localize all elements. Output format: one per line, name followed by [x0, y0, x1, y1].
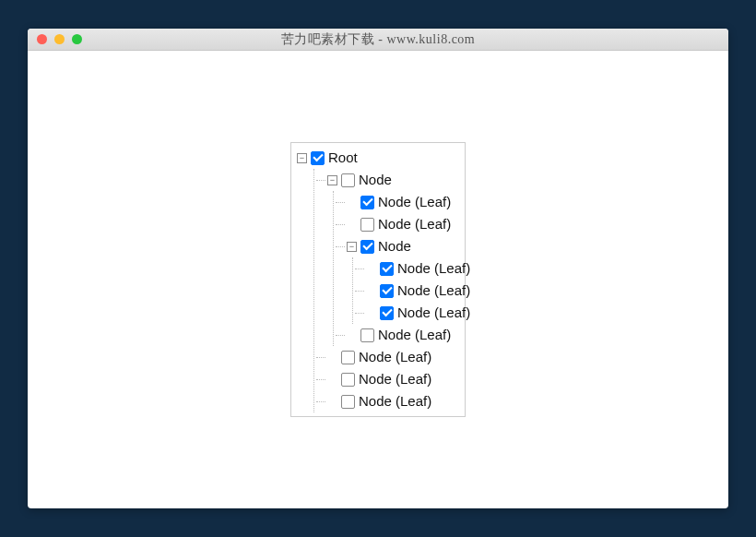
tree-node-label[interactable]: Node (Leaf) [359, 346, 431, 368]
tree-node-label[interactable]: Node (Leaf) [378, 191, 451, 213]
tree-node-label[interactable]: Node (Leaf) [397, 257, 470, 280]
tree-checkbox[interactable] [360, 218, 374, 232]
tree-checkbox[interactable] [341, 173, 355, 187]
tree-checkbox[interactable] [380, 262, 394, 276]
content-area: −Root−NodeNode (Leaf)Node (Leaf)−NodeNod… [28, 51, 728, 508]
tree-node-label[interactable]: Root [328, 147, 358, 169]
toggle-spacer [327, 375, 337, 385]
tree-node: Node (Leaf) [316, 368, 459, 390]
tree-node-row: Node (Leaf) [316, 368, 459, 390]
toggle-spacer [347, 330, 357, 340]
toggle-spacer [327, 397, 337, 407]
tree-node-label[interactable]: Node (Leaf) [378, 324, 451, 346]
tree-node: Node (Leaf) [316, 390, 459, 412]
tree-node-label[interactable]: Node (Leaf) [359, 368, 431, 390]
tree-checkbox[interactable] [360, 240, 374, 254]
tree-node: Node (Leaf) [336, 191, 459, 213]
traffic-lights [28, 34, 82, 44]
tree-checkbox[interactable] [360, 196, 374, 209]
tree-node: Node (Leaf) [336, 213, 459, 235]
tree-node-row: Node (Leaf) [355, 302, 459, 324]
tree-checkbox[interactable] [311, 151, 325, 165]
tree-checkbox[interactable] [380, 306, 394, 320]
tree-node-row: Node (Leaf) [316, 390, 459, 412]
tree-node: Node (Leaf) [336, 324, 459, 346]
tree-node-row: Node (Leaf) [336, 213, 459, 235]
tree-node: Node (Leaf) [316, 346, 459, 368]
toggle-spacer [366, 286, 376, 296]
tree-node-row: −Node [336, 235, 459, 257]
tree-checkbox[interactable] [341, 373, 355, 387]
tree-node-label[interactable]: Node (Leaf) [397, 280, 470, 302]
tree-node-row: Node (Leaf) [316, 346, 459, 368]
tree-node: −Root−NodeNode (Leaf)Node (Leaf)−NodeNod… [297, 147, 459, 412]
collapse-icon[interactable]: − [327, 175, 337, 185]
tree-node: −NodeNode (Leaf)Node (Leaf)Node (Leaf) [336, 235, 459, 324]
tree-checkbox[interactable] [341, 395, 355, 409]
tree-node-row: −Node [316, 169, 459, 191]
minimize-button[interactable] [54, 34, 65, 44]
tree-node: Node (Leaf) [355, 257, 459, 280]
toggle-spacer [366, 308, 376, 318]
toggle-spacer [327, 352, 337, 363]
tree-children: −NodeNode (Leaf)Node (Leaf)−NodeNode (Le… [313, 169, 459, 412]
tree-view: −Root−NodeNode (Leaf)Node (Leaf)−NodeNod… [290, 142, 466, 417]
tree-node-label[interactable]: Node (Leaf) [359, 390, 431, 412]
tree-node-row: −Root [297, 147, 459, 169]
tree-checkbox[interactable] [360, 328, 374, 342]
toggle-spacer [347, 220, 357, 230]
close-button[interactable] [37, 34, 47, 44]
tree-checkbox[interactable] [380, 284, 394, 298]
tree-children: Node (Leaf)Node (Leaf)Node (Leaf) [352, 257, 459, 324]
tree-children: Node (Leaf)Node (Leaf)−NodeNode (Leaf)No… [333, 191, 459, 346]
app-window: 苦力吧素材下载 - www.kuli8.com −Root−NodeNode (… [28, 29, 728, 508]
tree-node-row: Node (Leaf) [355, 280, 459, 302]
toggle-spacer [366, 264, 376, 274]
tree-checkbox[interactable] [341, 351, 355, 364]
tree-node-label[interactable]: Node [378, 235, 411, 257]
tree-node-row: Node (Leaf) [336, 324, 459, 346]
collapse-icon[interactable]: − [347, 242, 357, 252]
tree-node-label[interactable]: Node (Leaf) [397, 302, 470, 324]
toggle-spacer [347, 197, 357, 208]
tree-node-row: Node (Leaf) [336, 191, 459, 213]
maximize-button[interactable] [72, 34, 82, 44]
tree-node: Node (Leaf) [355, 280, 459, 302]
tree-node-row: Node (Leaf) [355, 257, 459, 280]
collapse-icon[interactable]: − [297, 153, 307, 163]
tree-node-label[interactable]: Node (Leaf) [378, 213, 451, 235]
tree-node: Node (Leaf) [355, 302, 459, 324]
tree-node-label[interactable]: Node [359, 169, 392, 191]
titlebar: 苦力吧素材下载 - www.kuli8.com [28, 29, 728, 51]
tree-node: −NodeNode (Leaf)Node (Leaf)−NodeNode (Le… [316, 169, 459, 346]
window-title: 苦力吧素材下载 - www.kuli8.com [28, 31, 728, 48]
